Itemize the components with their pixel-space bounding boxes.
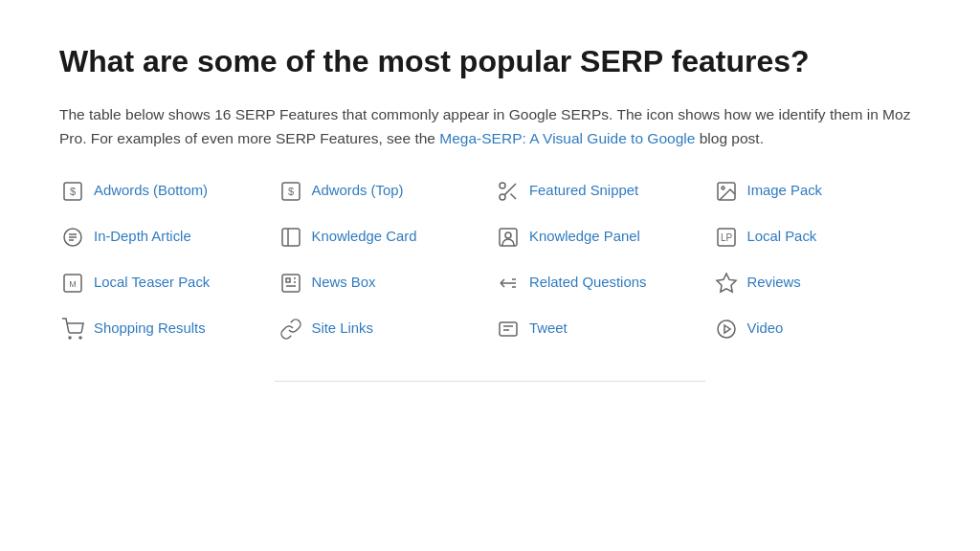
feature-item-news-box: News Box [278, 270, 486, 297]
feature-item-in-depth-article: In-Depth Article [59, 224, 268, 251]
feature-item-video: Video [713, 316, 922, 342]
bottom-divider [275, 381, 705, 382]
feature-item-site-links: Site Links [278, 316, 486, 342]
feature-item-knowledge-panel: Knowledge Panel [495, 224, 703, 251]
feature-item-related-questions: Related Questions [495, 270, 703, 297]
local-teaser-pack-label[interactable]: Local Teaser Pack [94, 272, 210, 293]
image-pack-icon [713, 178, 740, 205]
intro-text: The table below shows 16 SERP Features t… [59, 103, 921, 151]
feature-item-knowledge-card: Knowledge Card [278, 224, 486, 251]
page-heading: What are some of the most popular SERP f… [59, 38, 921, 84]
svg-point-5 [722, 187, 724, 189]
adwords-bottom-icon: $ [59, 178, 86, 205]
reviews-label[interactable]: Reviews [747, 272, 801, 293]
svg-rect-7 [282, 229, 300, 246]
knowledge-panel-icon [495, 224, 522, 251]
featured-snippet-icon [495, 178, 522, 205]
svg-text:$: $ [287, 186, 293, 197]
video-label[interactable]: Video [747, 318, 784, 339]
image-pack-label[interactable]: Image Pack [747, 180, 823, 201]
feature-item-featured-snippet: Featured Snippet [495, 178, 703, 205]
in-depth-article-label[interactable]: In-Depth Article [94, 226, 191, 247]
news-box-icon [278, 270, 304, 297]
features-grid: $Adwords (Bottom)$Adwords (Top)Featured … [59, 178, 921, 342]
knowledge-card-label[interactable]: Knowledge Card [312, 226, 417, 247]
svg-point-17 [79, 337, 81, 339]
featured-snippet-label[interactable]: Featured Snippet [529, 180, 638, 201]
feature-item-reviews: Reviews [713, 270, 922, 297]
svg-rect-14 [282, 275, 300, 292]
knowledge-panel-label[interactable]: Knowledge Panel [529, 226, 640, 247]
feature-item-image-pack: Image Pack [713, 178, 922, 205]
feature-item-adwords-bottom: $Adwords (Bottom) [59, 178, 268, 205]
adwords-bottom-label[interactable]: Adwords (Bottom) [94, 180, 208, 201]
svg-point-16 [69, 337, 71, 339]
news-box-label[interactable]: News Box [312, 272, 376, 293]
shopping-results-label[interactable]: Shopping Results [94, 318, 206, 339]
shopping-results-icon [59, 316, 86, 342]
svg-rect-18 [500, 322, 517, 336]
tweet-icon [495, 316, 522, 342]
tweet-label[interactable]: Tweet [529, 318, 568, 339]
svg-text:$: $ [70, 186, 76, 197]
svg-marker-20 [724, 325, 730, 333]
svg-point-19 [718, 320, 735, 338]
intro-after-link: blog post. [695, 130, 764, 146]
feature-item-local-pack: LPLocal Pack [713, 224, 922, 251]
local-teaser-pack-icon: M [59, 270, 86, 297]
svg-text:M: M [69, 279, 77, 289]
feature-item-local-teaser-pack: MLocal Teaser Pack [59, 270, 268, 297]
feature-item-tweet: Tweet [495, 316, 703, 342]
reviews-icon [713, 270, 740, 297]
video-icon [713, 316, 740, 342]
site-links-label[interactable]: Site Links [312, 318, 374, 339]
related-questions-icon [495, 270, 522, 297]
svg-text:LP: LP [720, 232, 732, 243]
adwords-top-label[interactable]: Adwords (Top) [312, 180, 404, 201]
svg-marker-15 [717, 274, 736, 292]
in-depth-article-icon [59, 224, 86, 251]
related-questions-label[interactable]: Related Questions [529, 272, 646, 293]
feature-item-adwords-top: $Adwords (Top) [278, 178, 486, 205]
adwords-top-icon: $ [278, 178, 304, 205]
local-pack-label[interactable]: Local Pack [747, 226, 817, 247]
svg-point-9 [505, 232, 511, 238]
intro-link[interactable]: Mega-SERP: A Visual Guide to Google [439, 130, 695, 146]
feature-item-shopping-results: Shopping Results [59, 316, 268, 342]
knowledge-card-icon [278, 224, 304, 251]
site-links-icon [278, 316, 304, 342]
local-pack-icon: LP [713, 224, 740, 251]
